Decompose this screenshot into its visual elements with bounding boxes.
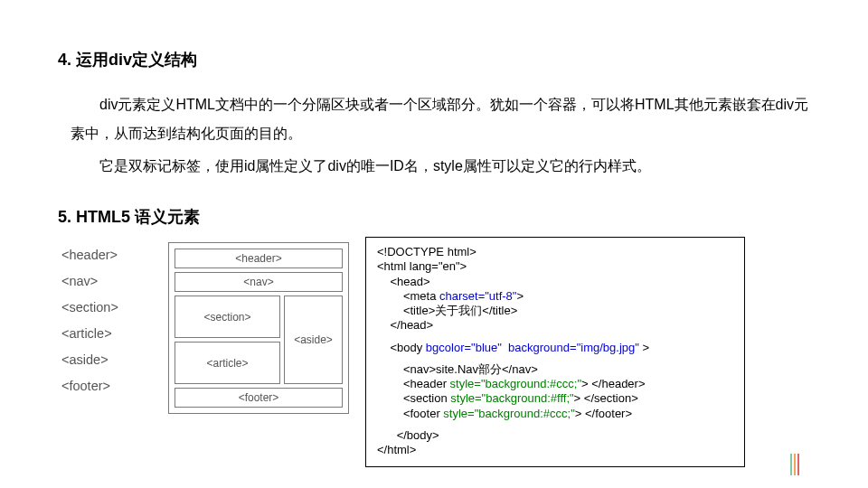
- page-corner-decoration: [790, 454, 799, 475]
- code-line: <html lang="en">: [377, 259, 733, 274]
- tag-aside: <aside>: [61, 347, 152, 373]
- heading-5: 5. HTML5 语义元素: [58, 206, 810, 228]
- code-line: </body>: [377, 428, 733, 443]
- code-example: <!DOCTYPE html> <html lang="en"> <head> …: [365, 237, 745, 467]
- tag-article: <article>: [61, 321, 152, 347]
- paragraph-1: div元素定义HTML文档中的一个分隔区块或者一个区域部分。犹如一个容器，可以将…: [71, 90, 810, 148]
- diagram-section: <section>: [175, 296, 280, 338]
- heading-4: 4. 运用div定义结构: [58, 49, 810, 70]
- diagram-article: <article>: [175, 342, 280, 384]
- code-line: </html>: [377, 443, 733, 457]
- code-line: <section style="background:#fff;"> </sec…: [377, 391, 733, 406]
- diagram-nav: <nav>: [175, 272, 343, 292]
- code-line: <header style="background:#ccc;"> </head…: [377, 377, 733, 391]
- layout-diagram: <header> <nav> <section> <article> <asid…: [168, 242, 349, 414]
- diagram-aside: <aside>: [284, 296, 343, 384]
- diagram-footer: <footer>: [175, 388, 343, 408]
- tag-section: <section>: [61, 295, 152, 321]
- code-line: </head>: [377, 318, 733, 333]
- paragraph-2: 它是双标记标签，使用id属性定义了div的唯一ID名，style属性可以定义它的…: [71, 152, 810, 181]
- code-line: <body bgcolor="blue" background="img/bg.…: [377, 341, 733, 355]
- tag-nav: <nav>: [61, 268, 152, 295]
- tag-footer: <footer>: [61, 373, 152, 399]
- semantic-tag-list: <header> <nav> <section> <article> <asid…: [61, 242, 152, 399]
- code-line: <meta charset="utf-8">: [377, 289, 733, 304]
- tag-header: <header>: [61, 242, 152, 268]
- code-line: <head>: [377, 275, 733, 289]
- code-line: <nav>site.Nav部分</nav>: [377, 362, 733, 377]
- code-line: <footer style="background:#ccc;"> </foot…: [377, 407, 733, 421]
- code-line: <title>关于我们</title>: [377, 304, 733, 318]
- diagram-header: <header>: [175, 249, 343, 268]
- code-line: <!DOCTYPE html>: [377, 245, 733, 259]
